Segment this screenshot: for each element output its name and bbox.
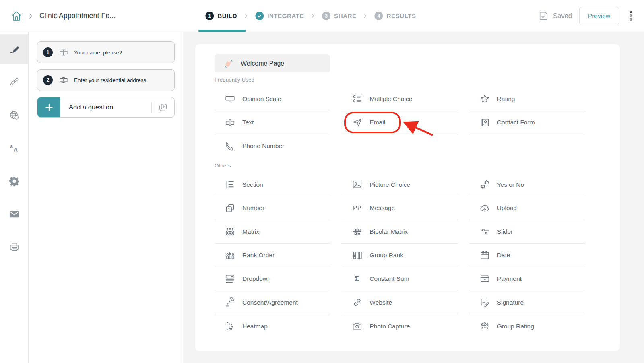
welcome-page-label: Welcome Page	[241, 60, 284, 67]
group-rating-icon	[479, 321, 490, 332]
type-item-consent-agreement[interactable]: Consent/Agreement	[215, 291, 330, 315]
check-icon	[255, 12, 264, 20]
opinion-scale-icon	[225, 93, 235, 104]
add-question-button[interactable]: Add a question	[37, 97, 175, 118]
type-item-bipolar-matrix[interactable]: Bipolar Matrix	[342, 220, 458, 244]
saved-label: Saved	[553, 12, 572, 20]
type-item-label: Constant Sum	[369, 275, 409, 283]
svg-text:A: A	[13, 146, 18, 153]
phone-number-icon	[225, 141, 235, 152]
type-item-upload[interactable]: Upload	[469, 196, 585, 220]
type-item-label: Dropdown	[242, 275, 271, 283]
type-item-email[interactable]: Email	[342, 111, 458, 135]
preview-button[interactable]: Preview	[579, 7, 619, 25]
type-item-section[interactable]: Section	[215, 173, 330, 197]
brush-icon	[8, 76, 20, 88]
chevron-right-icon	[311, 13, 315, 19]
form-title[interactable]: Clinic Appointment Fo...	[39, 12, 116, 20]
plus-icon[interactable]	[37, 97, 60, 117]
type-item-picture-choice[interactable]: Picture Choice	[342, 173, 458, 197]
question-card[interactable]: 1Your name, please?	[37, 41, 175, 63]
type-item-website[interactable]: Website	[342, 291, 458, 315]
type-item-payment[interactable]: Payment	[469, 267, 585, 291]
print-icon	[8, 241, 20, 253]
type-item-rating[interactable]: Rating	[469, 87, 585, 111]
chevron-right-icon	[29, 13, 33, 19]
website-icon	[352, 297, 363, 308]
type-item-dropdown[interactable]: Dropdown	[215, 267, 330, 291]
chevron-right-icon	[363, 13, 368, 19]
welcome-page-button[interactable]: Welcome Page	[215, 54, 330, 72]
type-item-date[interactable]: Date	[469, 244, 585, 268]
rail-item-translate[interactable]: aA	[0, 133, 28, 163]
home-icon[interactable]	[10, 10, 23, 22]
message-icon	[352, 203, 363, 214]
type-grid-column: Opinion ScaleTextPhone Number	[215, 87, 330, 158]
builder-canvas: Welcome Page Frequently UsedOpinion Scal…	[183, 32, 644, 363]
save-status: Saved	[538, 10, 572, 21]
pencil-icon	[8, 43, 20, 55]
type-item-text[interactable]: Text	[215, 111, 330, 135]
type-item-number[interactable]: 1Number	[215, 196, 330, 220]
rail-item-print[interactable]	[0, 232, 28, 262]
type-item-label: Email	[369, 119, 385, 126]
question-panel: 1Your name, please?2Enter your residenti…	[29, 32, 183, 363]
tool-rail: aA	[0, 32, 29, 363]
save-icon	[538, 10, 549, 21]
group-rank-icon	[352, 250, 363, 261]
type-item-group-rank[interactable]: Group Rank	[342, 244, 458, 268]
type-item-heatmap[interactable]: Heatmap	[215, 314, 330, 338]
question-card[interactable]: 2Enter your residential address.	[37, 69, 175, 91]
text-field-icon	[225, 117, 235, 128]
type-item-label: Number	[242, 204, 264, 212]
top-bar-actions: Saved Preview	[538, 7, 634, 25]
type-item-opinion-scale[interactable]: Opinion Scale	[215, 87, 330, 111]
type-grid-column: Section1NumberMatrixRank OrderDropdownCo…	[215, 173, 330, 338]
step-results[interactable]: 4 RESULTS	[375, 0, 416, 32]
rail-item-globe[interactable]	[0, 100, 28, 130]
type-item-contact-form[interactable]: Contact Form	[469, 111, 585, 135]
date-icon	[479, 250, 490, 261]
step-number-badge: 1	[205, 12, 214, 20]
type-item-yes-or-no[interactable]: Yes or No	[469, 173, 585, 197]
type-item-label: Payment	[497, 275, 522, 283]
type-item-slider[interactable]: Slider	[469, 220, 585, 244]
type-item-label: Date	[497, 252, 510, 259]
type-item-label: Slider	[497, 228, 513, 235]
app-window: Clinic Appointment Fo... 1 BUILD INTEGRA…	[0, 0, 644, 363]
type-item-label: Signature	[497, 299, 524, 306]
type-item-label: Heatmap	[242, 323, 268, 330]
type-item-label: Message	[369, 204, 395, 212]
duplicate-icon[interactable]	[152, 103, 174, 112]
type-item-matrix[interactable]: Matrix	[215, 220, 330, 244]
type-item-signature[interactable]: Signature	[469, 291, 585, 315]
type-item-label: Picture Choice	[369, 181, 410, 188]
rail-item-pencil[interactable]	[0, 34, 28, 64]
question-number-badge: 2	[43, 75, 53, 85]
multiple-choice-icon	[352, 93, 363, 104]
content-area: aA 1Your name, please?2Enter your reside…	[0, 32, 644, 363]
section-title: Others	[215, 163, 585, 169]
add-question-label: Add a question	[69, 103, 113, 111]
consent-icon	[225, 297, 235, 308]
rail-item-mail[interactable]	[0, 199, 28, 229]
kebab-menu-icon[interactable]	[629, 10, 634, 22]
wave-icon	[223, 58, 234, 69]
type-item-phone-number[interactable]: Phone Number	[215, 134, 330, 158]
step-share[interactable]: 3 SHARE	[322, 0, 357, 32]
rail-item-gear[interactable]	[0, 166, 28, 196]
rail-item-brush[interactable]	[0, 67, 28, 97]
type-grid-column: Multiple ChoiceEmail	[342, 87, 458, 158]
step-build[interactable]: 1 BUILD	[205, 0, 237, 32]
type-item-label: Matrix	[242, 228, 259, 235]
type-item-message[interactable]: Message	[342, 196, 458, 220]
type-item-label: Rank Order	[242, 252, 275, 259]
type-item-group-rating[interactable]: Group Rating	[469, 314, 585, 338]
type-item-constant-sum[interactable]: ΣConstant Sum	[342, 267, 458, 291]
type-item-rank-order[interactable]: Rank Order	[215, 244, 330, 268]
step-integrate[interactable]: INTEGRATE	[255, 0, 304, 32]
rank-order-icon	[225, 250, 235, 261]
type-item-photo-capture[interactable]: Photo Capture	[342, 314, 458, 338]
text-field-icon	[59, 47, 68, 57]
type-item-multiple-choice[interactable]: Multiple Choice	[342, 87, 458, 111]
